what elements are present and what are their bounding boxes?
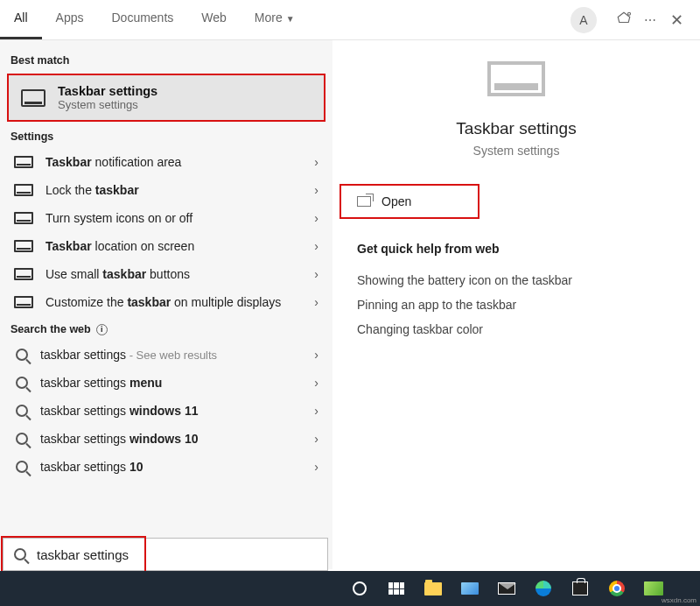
help-link[interactable]: Pinning an app to the taskbar [357,292,676,317]
chevron-right-icon: › [314,348,318,362]
search-header: All Apps Documents Web More▼ A ⋯ ✕ [0,0,700,40]
best-match-title: Taskbar settings [58,84,158,98]
web-result[interactable]: taskbar settings menu› [0,369,332,397]
chevron-down-icon: ▼ [286,14,295,24]
web-result[interactable]: taskbar settings windows 11› [0,397,332,425]
chevron-right-icon: › [314,295,318,309]
watermark: wsxdn.com [662,596,696,604]
taskbar-icon [14,268,33,280]
wallpaper-icon[interactable] [644,579,663,598]
tab-web[interactable]: Web [187,0,241,39]
settings-item[interactable]: Taskbar notification area› [0,148,332,176]
chevron-right-icon: › [314,376,318,390]
web-result[interactable]: taskbar settings - See web results› [0,341,332,369]
chevron-right-icon: › [314,432,318,446]
tab-all[interactable]: All [0,0,42,39]
taskbar-icon [14,212,33,224]
svg-point-0 [628,12,631,15]
chrome-icon[interactable] [607,579,626,598]
help-link[interactable]: Changing taskbar color [357,317,676,342]
chevron-right-icon: › [314,267,318,281]
taskbar-icon [14,184,33,196]
search-icon [16,405,28,417]
taskbar-icon [14,156,33,168]
section-web: Search the webi [0,316,332,341]
open-icon [357,196,371,207]
settings-item[interactable]: Use small taskbar buttons› [0,260,332,288]
preview-subtitle: System settings [332,144,700,158]
store-icon[interactable] [570,579,590,598]
settings-item[interactable]: Turn system icons on or off› [0,204,332,232]
tab-more[interactable]: More▼ [241,0,309,39]
close-icon[interactable]: ✕ [663,11,690,30]
search-icon [16,377,28,389]
tab-documents[interactable]: Documents [97,0,187,39]
settings-item[interactable]: Customize the taskbar on multiple displa… [0,288,332,316]
help-heading: Get quick help from web [357,242,676,256]
app-icon[interactable] [460,579,480,598]
search-icon [16,433,28,445]
chevron-right-icon: › [314,239,318,253]
mail-icon[interactable] [497,579,516,598]
taskbar-icon [14,240,33,252]
filter-tabs: All Apps Documents Web More▼ [0,0,309,39]
best-match-item[interactable]: Taskbar settings System settings [7,74,326,122]
tab-apps[interactable]: Apps [42,0,98,39]
user-avatar[interactable]: A [570,7,597,33]
best-match-subtitle: System settings [58,98,158,111]
cortana-icon[interactable] [350,579,369,598]
task-view-icon[interactable] [387,579,406,598]
chevron-right-icon: › [314,155,318,169]
section-best-match: Best match [0,47,332,72]
chevron-right-icon: › [314,183,318,197]
file-explorer-icon[interactable] [424,579,443,598]
taskbar-icon [14,296,33,308]
taskbar-settings-icon [21,89,46,107]
edge-icon[interactable] [534,579,553,598]
search-icon [16,349,28,361]
web-result[interactable]: taskbar settings 10› [0,453,332,481]
feedback-icon[interactable] [611,11,637,29]
more-options-icon[interactable]: ⋯ [637,13,663,27]
preview-title: Taskbar settings [332,119,700,138]
search-icon [16,461,28,473]
taskbar-settings-icon [487,61,545,96]
preview-panel: Taskbar settings System settings Open Ge… [332,40,700,569]
windows-taskbar [0,571,700,606]
chevron-right-icon: › [314,211,318,225]
chevron-right-icon: › [314,404,318,418]
info-icon[interactable]: i [96,324,108,335]
open-button[interactable]: Open [340,184,480,219]
search-icon [14,548,26,560]
search-box[interactable] [3,538,328,571]
search-input[interactable] [35,546,318,563]
settings-item[interactable]: Taskbar location on screen› [0,232,332,260]
settings-item[interactable]: Lock the taskbar› [0,176,332,204]
chevron-right-icon: › [314,460,318,474]
section-settings: Settings [0,123,332,148]
results-panel: Best match Taskbar settings System setti… [0,40,332,569]
web-result[interactable]: taskbar settings windows 10› [0,425,332,453]
help-link[interactable]: Showing the battery icon on the taskbar [357,268,676,292]
